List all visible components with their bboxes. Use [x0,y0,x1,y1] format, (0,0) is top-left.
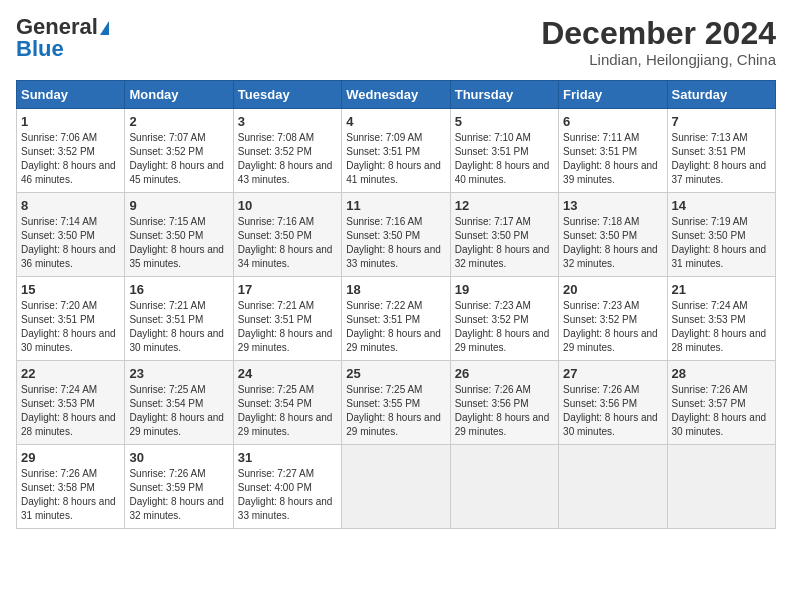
day-number: 16 [129,282,228,297]
header-cell-monday: Monday [125,81,233,109]
day-cell: 17Sunrise: 7:21 AMSunset: 3:51 PMDayligh… [233,277,341,361]
day-info: Sunrise: 7:11 AMSunset: 3:51 PMDaylight:… [563,131,662,187]
week-row-3: 15Sunrise: 7:20 AMSunset: 3:51 PMDayligh… [17,277,776,361]
header-cell-sunday: Sunday [17,81,125,109]
day-cell: 20Sunrise: 7:23 AMSunset: 3:52 PMDayligh… [559,277,667,361]
day-cell: 23Sunrise: 7:25 AMSunset: 3:54 PMDayligh… [125,361,233,445]
day-info: Sunrise: 7:23 AMSunset: 3:52 PMDaylight:… [563,299,662,355]
day-cell: 3Sunrise: 7:08 AMSunset: 3:52 PMDaylight… [233,109,341,193]
day-number: 8 [21,198,120,213]
day-number: 24 [238,366,337,381]
day-cell: 16Sunrise: 7:21 AMSunset: 3:51 PMDayligh… [125,277,233,361]
header-cell-saturday: Saturday [667,81,775,109]
day-number: 11 [346,198,445,213]
day-info: Sunrise: 7:24 AMSunset: 3:53 PMDaylight:… [672,299,771,355]
day-info: Sunrise: 7:14 AMSunset: 3:50 PMDaylight:… [21,215,120,271]
day-cell: 27Sunrise: 7:26 AMSunset: 3:56 PMDayligh… [559,361,667,445]
day-cell: 28Sunrise: 7:26 AMSunset: 3:57 PMDayligh… [667,361,775,445]
day-info: Sunrise: 7:26 AMSunset: 3:56 PMDaylight:… [455,383,554,439]
day-cell: 1Sunrise: 7:06 AMSunset: 3:52 PMDaylight… [17,109,125,193]
day-number: 5 [455,114,554,129]
day-cell: 7Sunrise: 7:13 AMSunset: 3:51 PMDaylight… [667,109,775,193]
day-info: Sunrise: 7:15 AMSunset: 3:50 PMDaylight:… [129,215,228,271]
day-number: 26 [455,366,554,381]
day-info: Sunrise: 7:22 AMSunset: 3:51 PMDaylight:… [346,299,445,355]
day-cell: 2Sunrise: 7:07 AMSunset: 3:52 PMDaylight… [125,109,233,193]
day-cell: 21Sunrise: 7:24 AMSunset: 3:53 PMDayligh… [667,277,775,361]
day-info: Sunrise: 7:23 AMSunset: 3:52 PMDaylight:… [455,299,554,355]
day-number: 12 [455,198,554,213]
title-area: December 2024 Lindian, Heilongjiang, Chi… [541,16,776,68]
header-cell-wednesday: Wednesday [342,81,450,109]
week-row-4: 22Sunrise: 7:24 AMSunset: 3:53 PMDayligh… [17,361,776,445]
day-info: Sunrise: 7:21 AMSunset: 3:51 PMDaylight:… [129,299,228,355]
day-number: 21 [672,282,771,297]
day-cell: 13Sunrise: 7:18 AMSunset: 3:50 PMDayligh… [559,193,667,277]
calendar-table: SundayMondayTuesdayWednesdayThursdayFrid… [16,80,776,529]
day-number: 2 [129,114,228,129]
day-cell: 15Sunrise: 7:20 AMSunset: 3:51 PMDayligh… [17,277,125,361]
header-cell-friday: Friday [559,81,667,109]
day-number: 31 [238,450,337,465]
day-number: 27 [563,366,662,381]
location-subtitle: Lindian, Heilongjiang, China [541,51,776,68]
day-number: 29 [21,450,120,465]
day-cell: 4Sunrise: 7:09 AMSunset: 3:51 PMDaylight… [342,109,450,193]
day-cell: 29Sunrise: 7:26 AMSunset: 3:58 PMDayligh… [17,445,125,529]
day-number: 7 [672,114,771,129]
day-cell: 8Sunrise: 7:14 AMSunset: 3:50 PMDaylight… [17,193,125,277]
month-title: December 2024 [541,16,776,51]
day-info: Sunrise: 7:13 AMSunset: 3:51 PMDaylight:… [672,131,771,187]
week-row-2: 8Sunrise: 7:14 AMSunset: 3:50 PMDaylight… [17,193,776,277]
day-info: Sunrise: 7:26 AMSunset: 3:57 PMDaylight:… [672,383,771,439]
logo: General Blue [16,16,109,60]
week-row-1: 1Sunrise: 7:06 AMSunset: 3:52 PMDaylight… [17,109,776,193]
day-number: 30 [129,450,228,465]
day-info: Sunrise: 7:21 AMSunset: 3:51 PMDaylight:… [238,299,337,355]
day-number: 3 [238,114,337,129]
day-number: 10 [238,198,337,213]
day-cell: 24Sunrise: 7:25 AMSunset: 3:54 PMDayligh… [233,361,341,445]
day-info: Sunrise: 7:09 AMSunset: 3:51 PMDaylight:… [346,131,445,187]
day-cell: 22Sunrise: 7:24 AMSunset: 3:53 PMDayligh… [17,361,125,445]
day-info: Sunrise: 7:20 AMSunset: 3:51 PMDaylight:… [21,299,120,355]
day-info: Sunrise: 7:10 AMSunset: 3:51 PMDaylight:… [455,131,554,187]
day-cell: 26Sunrise: 7:26 AMSunset: 3:56 PMDayligh… [450,361,558,445]
day-info: Sunrise: 7:06 AMSunset: 3:52 PMDaylight:… [21,131,120,187]
day-info: Sunrise: 7:16 AMSunset: 3:50 PMDaylight:… [346,215,445,271]
day-number: 19 [455,282,554,297]
day-info: Sunrise: 7:08 AMSunset: 3:52 PMDaylight:… [238,131,337,187]
day-cell: 14Sunrise: 7:19 AMSunset: 3:50 PMDayligh… [667,193,775,277]
day-info: Sunrise: 7:27 AMSunset: 4:00 PMDaylight:… [238,467,337,523]
day-cell: 25Sunrise: 7:25 AMSunset: 3:55 PMDayligh… [342,361,450,445]
day-cell: 9Sunrise: 7:15 AMSunset: 3:50 PMDaylight… [125,193,233,277]
day-cell: 12Sunrise: 7:17 AMSunset: 3:50 PMDayligh… [450,193,558,277]
day-info: Sunrise: 7:18 AMSunset: 3:50 PMDaylight:… [563,215,662,271]
day-info: Sunrise: 7:25 AMSunset: 3:54 PMDaylight:… [129,383,228,439]
day-cell: 11Sunrise: 7:16 AMSunset: 3:50 PMDayligh… [342,193,450,277]
day-cell: 10Sunrise: 7:16 AMSunset: 3:50 PMDayligh… [233,193,341,277]
day-number: 6 [563,114,662,129]
day-cell: 31Sunrise: 7:27 AMSunset: 4:00 PMDayligh… [233,445,341,529]
day-number: 13 [563,198,662,213]
day-info: Sunrise: 7:26 AMSunset: 3:56 PMDaylight:… [563,383,662,439]
day-info: Sunrise: 7:16 AMSunset: 3:50 PMDaylight:… [238,215,337,271]
day-cell: 30Sunrise: 7:26 AMSunset: 3:59 PMDayligh… [125,445,233,529]
header-cell-tuesday: Tuesday [233,81,341,109]
header-cell-thursday: Thursday [450,81,558,109]
page-header: General Blue December 2024 Lindian, Heil… [16,16,776,68]
logo-icon [100,21,109,35]
day-info: Sunrise: 7:25 AMSunset: 3:54 PMDaylight:… [238,383,337,439]
day-number: 20 [563,282,662,297]
day-cell: 18Sunrise: 7:22 AMSunset: 3:51 PMDayligh… [342,277,450,361]
day-cell [667,445,775,529]
day-number: 1 [21,114,120,129]
day-cell [450,445,558,529]
day-info: Sunrise: 7:26 AMSunset: 3:59 PMDaylight:… [129,467,228,523]
week-row-5: 29Sunrise: 7:26 AMSunset: 3:58 PMDayligh… [17,445,776,529]
day-cell [342,445,450,529]
day-number: 22 [21,366,120,381]
day-number: 23 [129,366,228,381]
day-number: 17 [238,282,337,297]
day-info: Sunrise: 7:25 AMSunset: 3:55 PMDaylight:… [346,383,445,439]
